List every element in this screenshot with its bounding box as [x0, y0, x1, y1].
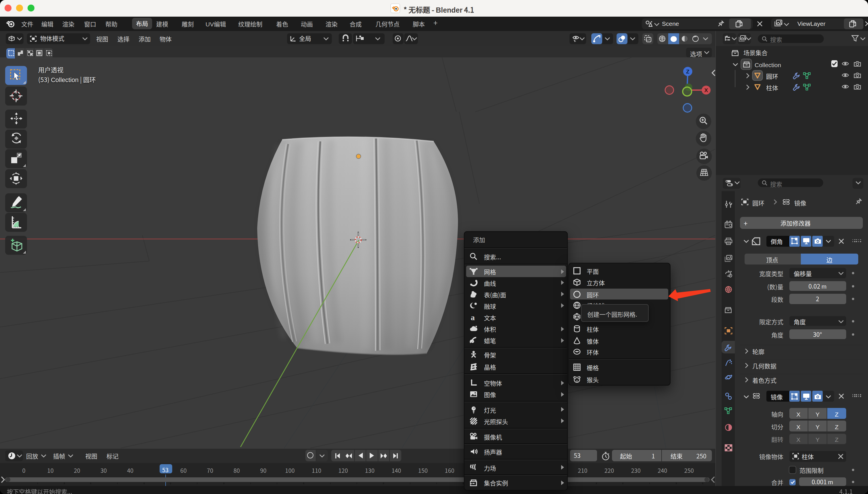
- svg-text:a: a: [471, 313, 475, 322]
- svg-text:Z: Z: [686, 69, 689, 75]
- svg-text:X: X: [704, 87, 708, 93]
